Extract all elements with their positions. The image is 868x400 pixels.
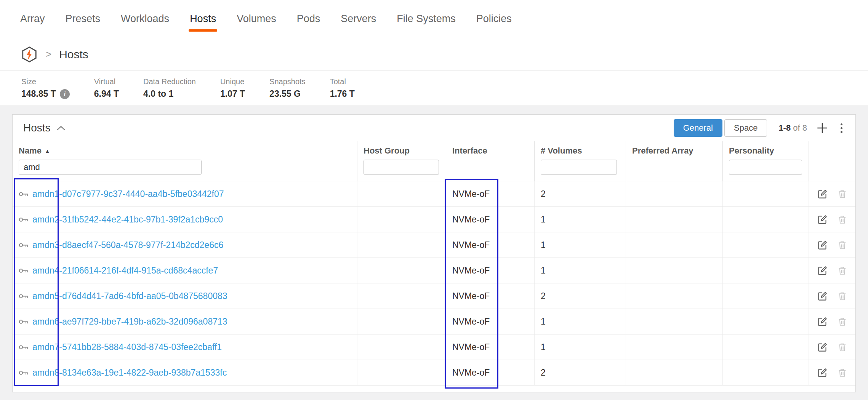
info-icon[interactable]: i <box>60 89 70 99</box>
delete-host-icon[interactable] <box>838 317 847 327</box>
stat-virtual: Virtual 6.94 T <box>94 77 119 99</box>
host-group-filter-input[interactable] <box>364 160 439 175</box>
column-header-preferred-array[interactable]: Preferred Array <box>626 141 723 181</box>
delete-host-icon[interactable] <box>838 214 847 225</box>
personality-cell <box>723 283 809 309</box>
hosts-panel: Hosts General Space 1-8 of 8 <box>12 114 856 392</box>
breadcrumb-separator: > <box>46 48 51 60</box>
stat-unique: Unique 1.07 T <box>220 77 245 99</box>
host-name-link[interactable]: amdn4-21f06614-216f-4df4-915a-cd68c4accf… <box>32 266 218 276</box>
panel-menu-icon[interactable] <box>838 122 846 134</box>
delete-host-icon[interactable] <box>838 368 847 378</box>
table-body: amdn1-d07c7977-9c37-4440-aa4b-5fbe03442f… <box>13 181 855 386</box>
edit-host-icon[interactable] <box>817 342 828 352</box>
interface-cell: NVMe-oF <box>446 181 535 206</box>
interface-cell: NVMe-oF <box>446 360 535 385</box>
general-view-button[interactable]: General <box>674 119 722 137</box>
add-host-button[interactable] <box>816 122 828 134</box>
page-content: Hosts General Space 1-8 of 8 <box>0 106 868 400</box>
tab-pods[interactable]: Pods <box>287 0 331 38</box>
column-header-actions <box>809 141 855 181</box>
column-header-interface[interactable]: Interface <box>446 141 535 181</box>
stat-value: 6.94 T <box>94 89 119 99</box>
tab-file-systems[interactable]: File Systems <box>386 0 466 38</box>
volumes-cell: 2 <box>535 283 626 309</box>
host-group-cell <box>357 360 446 385</box>
personality-filter-input[interactable] <box>729 160 802 175</box>
stat-value: 23.55 G <box>269 89 306 99</box>
panel-title: Hosts <box>23 122 51 134</box>
collapse-chevron-icon[interactable] <box>57 125 65 131</box>
edit-host-icon[interactable] <box>817 189 828 199</box>
stat-value: 4.0 to 1 <box>143 89 196 99</box>
personality-cell <box>723 360 809 385</box>
stat-value: 1.07 T <box>220 89 245 99</box>
host-key-icon <box>19 217 29 222</box>
column-label: # Volumes <box>541 146 620 156</box>
host-name-link[interactable]: amdn3-d8aecf47-560a-4578-977f-214b2cd2e6… <box>32 240 223 250</box>
stat-value: 1.76 T <box>330 89 355 99</box>
edit-host-icon[interactable] <box>817 214 828 225</box>
delete-host-icon[interactable] <box>838 342 847 352</box>
stat-snapshots: Snapshots 23.55 G <box>269 77 306 99</box>
host-name-link[interactable]: amdn6-ae97f729-bbe7-419b-a62b-32d096a087… <box>32 317 227 327</box>
table-row: amdn1-d07c7977-9c37-4440-aa4b-5fbe03442f… <box>13 181 855 207</box>
stat-total: Total 1.76 T <box>330 77 355 99</box>
pagination-range: 1-8 <box>778 123 791 133</box>
tab-workloads[interactable]: Workloads <box>111 0 179 38</box>
delete-host-icon[interactable] <box>838 266 847 276</box>
stat-label: Unique <box>220 77 245 86</box>
tab-policies[interactable]: Policies <box>466 0 522 38</box>
delete-host-icon[interactable] <box>838 189 847 199</box>
preferred-array-cell <box>626 360 723 385</box>
column-label: Interface <box>452 146 528 156</box>
volumes-cell: 1 <box>535 309 626 334</box>
edit-host-icon[interactable] <box>817 240 828 250</box>
column-header-volumes[interactable]: # Volumes <box>535 141 626 181</box>
column-header-personality[interactable]: Personality <box>723 141 809 181</box>
host-key-icon <box>19 293 29 299</box>
delete-host-icon[interactable] <box>838 291 847 301</box>
table-row: amdn7-5741bb28-5884-403d-8745-03fee2cbaf… <box>13 334 855 360</box>
volumes-cell: 1 <box>535 232 626 258</box>
breadcrumb: > Hosts <box>0 38 868 71</box>
tab-servers[interactable]: Servers <box>330 0 386 38</box>
host-name-link[interactable]: amdn7-5741bb28-5884-403d-8745-03fee2cbaf… <box>32 342 222 352</box>
pure-storage-logo-icon[interactable] <box>21 46 38 63</box>
host-name-link[interactable]: amdn8-8134e63a-19e1-4822-9aeb-938b7a1533… <box>32 368 227 378</box>
delete-host-icon[interactable] <box>838 240 847 250</box>
host-name-link[interactable]: amdn5-d76d4d41-7ad6-4bfd-aa05-0b48756800… <box>32 291 227 301</box>
volumes-filter-input[interactable] <box>541 160 617 175</box>
tab-volumes[interactable]: Volumes <box>226 0 287 38</box>
host-group-cell <box>357 181 446 206</box>
tab-presets[interactable]: Presets <box>55 0 111 38</box>
tab-array[interactable]: Array <box>10 0 55 38</box>
volumes-cell: 1 <box>535 334 626 360</box>
space-view-button[interactable]: Space <box>724 119 767 137</box>
edit-host-icon[interactable] <box>817 291 828 301</box>
edit-host-icon[interactable] <box>817 266 828 276</box>
host-name-link[interactable]: amdn1-d07c7977-9c37-4440-aa4b-5fbe03442f… <box>32 189 224 199</box>
interface-cell: NVMe-oF <box>446 283 535 309</box>
column-header-host-group[interactable]: Host Group <box>357 141 446 181</box>
table-row: amdn4-21f06614-216f-4df4-915a-cd68c4accf… <box>13 258 855 283</box>
tab-hosts[interactable]: Hosts <box>179 0 226 38</box>
personality-cell <box>723 181 809 206</box>
stat-label: Snapshots <box>269 77 306 86</box>
stat-label: Size <box>21 77 70 86</box>
volumes-cell: 1 <box>535 207 626 232</box>
personality-cell <box>723 309 809 334</box>
host-name-link[interactable]: amdn2-31fb5242-44e2-41bc-97b1-39f2a1cb9c… <box>32 214 223 225</box>
stat-data-reduction: Data Reduction 4.0 to 1 <box>143 77 196 99</box>
edit-host-icon[interactable] <box>817 368 828 378</box>
table-row: amdn3-d8aecf47-560a-4578-977f-214b2cd2e6… <box>13 232 855 258</box>
interface-cell: NVMe-oF <box>446 207 535 232</box>
capacity-stats-bar: Size 148.85 T i Virtual 6.94 T Data Redu… <box>0 71 868 106</box>
host-key-icon <box>19 242 29 248</box>
edit-host-icon[interactable] <box>817 317 828 327</box>
view-toggle: General Space <box>674 119 767 137</box>
column-header-name[interactable]: Name ▲ <box>13 141 357 181</box>
table-row: amdn2-31fb5242-44e2-41bc-97b1-39f2a1cb9c… <box>13 207 855 232</box>
host-group-cell <box>357 207 446 232</box>
name-filter-input[interactable] <box>19 160 202 175</box>
